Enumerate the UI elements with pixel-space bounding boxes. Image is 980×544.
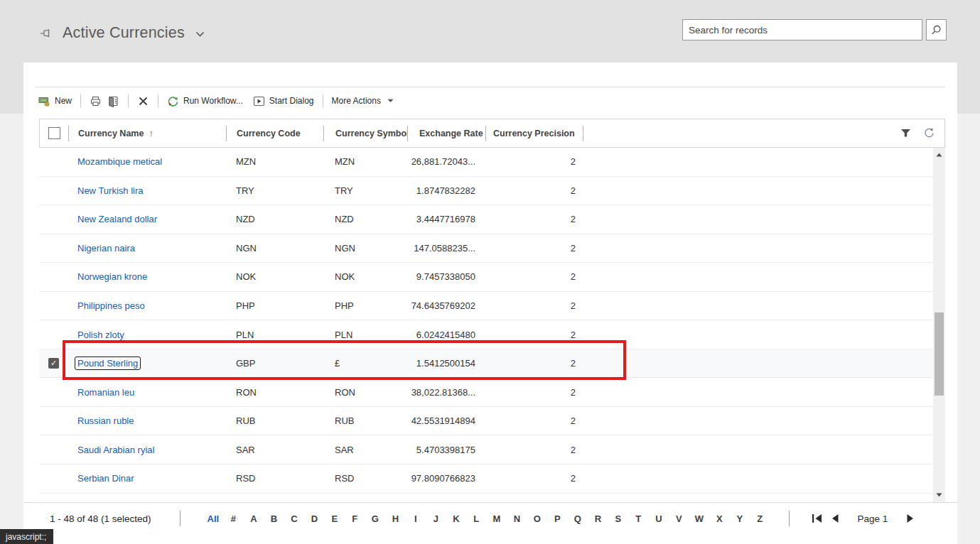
table-row[interactable]: ✓ Polish zloty PLN PLN 6.0242415480 2: [39, 320, 933, 349]
currency-name-link[interactable]: Romanian leu: [77, 387, 134, 398]
letter-filter-j[interactable]: J: [426, 513, 446, 524]
letter-filter-f[interactable]: F: [345, 513, 365, 524]
previous-page-icon[interactable]: [829, 513, 842, 523]
table-row[interactable]: ✓ Serbian Dinar RSD RSD 97.8090766823 2: [39, 464, 933, 494]
currency-precision-cell: 2: [485, 156, 583, 167]
table-row[interactable]: ✓ New Turkish lira TRY TRY 1.8747832282 …: [39, 177, 933, 206]
letter-filter-v[interactable]: V: [669, 513, 689, 524]
currency-name-link[interactable]: New Zealand dollar: [77, 214, 157, 224]
letter-filter-x[interactable]: X: [709, 513, 730, 524]
letter-filter-u[interactable]: U: [649, 513, 669, 524]
letter-filter-k[interactable]: K: [446, 513, 467, 524]
row-select-cell: ✓: [39, 330, 68, 340]
print-button[interactable]: [87, 95, 104, 107]
view-selector[interactable]: Active Currencies: [40, 21, 205, 44]
select-all-checkbox[interactable]: [48, 127, 60, 139]
currency-name-link[interactable]: Saudi Arabian ryial: [77, 445, 154, 455]
first-page-icon[interactable]: [811, 513, 824, 523]
next-page-icon[interactable]: [903, 513, 916, 523]
filter-icon[interactable]: [900, 127, 912, 139]
currency-name-link[interactable]: Nigerian naira: [77, 243, 135, 254]
row-checkbox[interactable]: ✓: [48, 358, 59, 369]
letter-filter-c[interactable]: C: [284, 513, 305, 524]
search-input[interactable]: [682, 19, 922, 40]
currency-precision-cell: 2: [485, 271, 583, 282]
column-header-currency-name[interactable]: Currency Name ↑: [69, 119, 227, 147]
letter-filter-l[interactable]: L: [466, 513, 487, 524]
letter-filter-w[interactable]: W: [689, 513, 710, 524]
currency-code-cell: NOK: [226, 271, 323, 282]
start-dialog-button[interactable]: Start Dialog: [250, 95, 317, 107]
run-workflow-button[interactable]: Run Workflow...: [164, 95, 246, 107]
letter-filter-e[interactable]: E: [325, 513, 345, 524]
column-header-currency-symbol[interactable]: Currency Symbol: [324, 119, 408, 147]
letter-filter-z[interactable]: Z: [750, 513, 770, 524]
table-row[interactable]: ✓ Singapore dollar SGD SGD 2.5304795797 …: [39, 494, 933, 502]
currency-name-link[interactable]: Pound Sterling: [75, 357, 141, 370]
table-row[interactable]: ✓ Philippines peso PHP PHP 74.6435769202…: [39, 292, 933, 321]
row-select-cell: ✓: [39, 358, 68, 369]
currency-name-link[interactable]: Mozambique metical: [77, 156, 162, 167]
currency-name-link[interactable]: Norwegian krone: [77, 271, 147, 282]
chevron-down-icon[interactable]: [195, 31, 205, 38]
currency-name-link[interactable]: Philippines peso: [77, 300, 145, 311]
row-select-cell: ✓: [39, 473, 68, 484]
letter-filter-i[interactable]: I: [406, 513, 426, 524]
currency-symbol-cell: PHP: [323, 300, 407, 311]
table-row[interactable]: ✓ Nigerian naira NGN NGN 147.0588235... …: [39, 234, 933, 263]
new-button[interactable]: New: [36, 95, 75, 107]
letter-filter-b[interactable]: B: [264, 513, 284, 524]
table-row[interactable]: ✓ New Zealand dollar NZD NZD 3.444771697…: [39, 205, 933, 234]
letter-filter-g[interactable]: G: [365, 513, 386, 524]
currency-precision-cell: 2: [485, 300, 583, 311]
select-all-cell: [40, 119, 69, 147]
letter-filter-h[interactable]: H: [385, 513, 406, 524]
currency-name-link[interactable]: New Turkish lira: [77, 185, 143, 196]
search-button[interactable]: [926, 19, 947, 40]
letter-filter-all[interactable]: All: [203, 513, 224, 524]
currency-name-link[interactable]: Polish zloty: [77, 330, 124, 340]
exchange-rate-cell: 1.8747832282: [407, 185, 485, 196]
letter-filter-n[interactable]: N: [507, 513, 527, 524]
currency-name-link[interactable]: Serbian Dinar: [77, 473, 134, 484]
letter-filter-y[interactable]: Y: [730, 513, 750, 524]
table-row[interactable]: ✓ Romanian leu RON RON 38,022.81368... 2: [39, 378, 933, 407]
scrollbar-thumb[interactable]: [935, 312, 944, 396]
exchange-rate-cell: 42.5531914894: [407, 415, 485, 426]
export-icon: [107, 95, 119, 107]
letter-filter-r[interactable]: R: [588, 513, 608, 524]
letter-filter-p[interactable]: P: [547, 513, 568, 524]
table-row[interactable]: ✓ Norwegian krone NOK NOK 9.7457338050 2: [39, 263, 933, 292]
letter-filter-o[interactable]: O: [527, 513, 548, 524]
run-workflow-label: Run Workflow...: [183, 96, 243, 106]
export-button[interactable]: [104, 95, 122, 107]
column-header-currency-precision[interactable]: Currency Precision: [486, 119, 583, 147]
letter-filter-t[interactable]: T: [628, 513, 649, 524]
vertical-scrollbar[interactable]: [933, 148, 945, 502]
header-filler: [583, 119, 944, 147]
letter-filter-m[interactable]: M: [487, 513, 507, 524]
currency-symbol-cell: NZD: [323, 214, 407, 224]
refresh-icon[interactable]: [923, 127, 935, 139]
more-actions-button[interactable]: More Actions: [329, 96, 397, 106]
currency-code-cell: TRY: [226, 185, 323, 196]
delete-button[interactable]: [134, 95, 152, 107]
letter-filter-q[interactable]: Q: [568, 513, 588, 524]
letter-filter-d[interactable]: D: [304, 513, 325, 524]
currency-code-cell: SAR: [226, 445, 323, 455]
row-select-cell: ✓: [39, 300, 68, 311]
letter-filter-a[interactable]: A: [244, 513, 264, 524]
table-row[interactable]: ✓ Pound Sterling GBP £ 1.5412500154 2: [39, 349, 933, 379]
scroll-down-icon[interactable]: [933, 489, 945, 501]
currency-name-link[interactable]: Russian ruble: [77, 415, 134, 426]
exchange-rate-cell: 1.5412500154: [407, 358, 485, 369]
table-row[interactable]: ✓ Mozambique metical MZN MZN 26,881.7204…: [39, 148, 933, 177]
page-number-label: Page 1: [858, 513, 888, 524]
letter-filter-hash[interactable]: #: [223, 513, 244, 524]
column-header-currency-code[interactable]: Currency Code: [227, 119, 324, 147]
table-row[interactable]: ✓ Saudi Arabian ryial SAR SAR 5.47033981…: [39, 435, 933, 464]
letter-filter-s[interactable]: S: [608, 513, 629, 524]
table-row[interactable]: ✓ Russian ruble RUB RUB 42.5531914894 2: [39, 407, 933, 436]
scroll-up-icon[interactable]: [933, 149, 945, 161]
column-header-exchange-rate[interactable]: Exchange Rate: [408, 119, 486, 147]
